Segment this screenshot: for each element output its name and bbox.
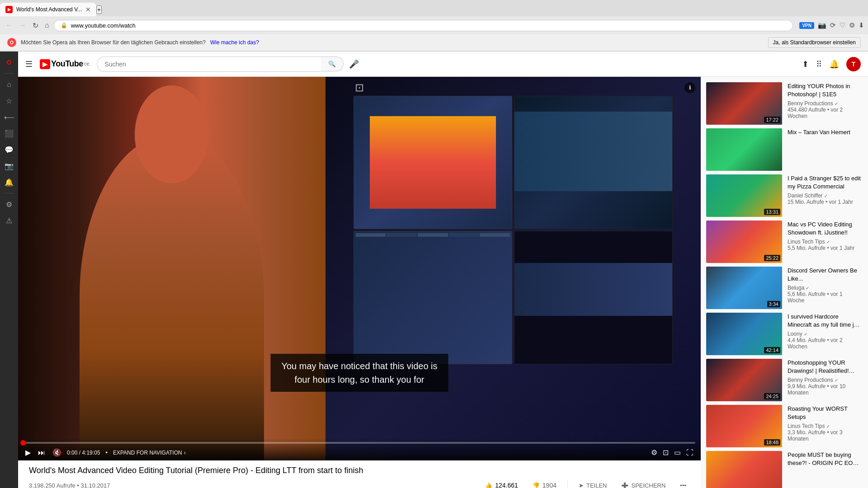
rec-views: 4,4 Mio. Aufrufe • vor 2 Wochen xyxy=(788,337,861,350)
rec-thumbnail[interactable] xyxy=(706,451,782,488)
notifications-button[interactable]: 🔔 xyxy=(829,59,839,69)
recommendation-item[interactable]: 25:22 Mac vs PC Video Editing Showdown f… xyxy=(706,221,863,263)
apps-button[interactable]: ⠿ xyxy=(816,59,822,69)
rec-thumbnail[interactable]: 25:22 xyxy=(706,221,782,263)
sidebar-notifications-icon[interactable]: 🔔 xyxy=(2,175,16,189)
share-label: TEILEN xyxy=(586,482,607,488)
extensions-button[interactable]: ⚙ xyxy=(849,21,855,29)
next-button[interactable]: ⏭ xyxy=(36,448,47,458)
sidebar-opera-logo[interactable]: O xyxy=(2,55,16,70)
recommendation-item[interactable]: 24:25 Photoshopping YOUR Drawings! | Rea… xyxy=(706,359,863,401)
share-icon: ➤ xyxy=(579,482,584,488)
controls-row: ▶ ⏭ 🔇 0:00 / 4:19:05 • EXPAND FOR NAVIGA… xyxy=(24,447,695,458)
video-actions: 👍 124.661 👎 1904 ➤ TEILEN xyxy=(481,479,690,488)
sidebar-extensions-icon[interactable]: ⚙ xyxy=(2,197,16,211)
video-monitors-area xyxy=(326,77,701,460)
vpn-button[interactable]: VPN xyxy=(799,22,814,29)
fullscreen-button[interactable]: ⛶ xyxy=(684,448,695,458)
subtitles-button[interactable]: ⊡ xyxy=(661,447,670,458)
video-info-button[interactable]: ℹ xyxy=(684,82,695,93)
sidebar-settings-icon[interactable]: ⚠ xyxy=(2,213,16,228)
video-player[interactable]: You may have noticed that this video is … xyxy=(18,77,701,460)
like-button[interactable]: 👍 124.661 xyxy=(481,479,522,488)
rec-title: Mix – Taran Van Hemert xyxy=(788,128,861,136)
rec-verified-badge: ✓ xyxy=(824,193,828,198)
account-avatar[interactable]: T xyxy=(846,57,861,71)
youtube-logo-text: YouTube xyxy=(51,59,83,69)
rec-views: 454.480 Aufrufe • vor 2 Wochen xyxy=(788,107,861,119)
rec-thumbnail[interactable]: 3:34 xyxy=(706,267,782,309)
sync-button[interactable]: ⟳ xyxy=(830,21,836,29)
screenshot-button[interactable]: 📷 xyxy=(818,21,826,29)
dislike-count: 1904 xyxy=(542,482,557,488)
bookmark-button[interactable]: ♡ xyxy=(840,21,845,29)
recommendation-item[interactable]: 3:34 Discord Server Owners Be Like... Be… xyxy=(706,267,863,309)
rec-channel: Benny Productions✓ xyxy=(788,100,861,107)
monitor-1 xyxy=(354,96,512,229)
monitor-3-grid xyxy=(354,231,512,239)
rec-thumbnail[interactable]: 13:31 xyxy=(706,174,782,217)
recommendation-item[interactable]: 42:14 I survived Hardcore Minecraft as m… xyxy=(706,313,863,355)
recommendation-item[interactable]: People MUST be buying these?! - ORIGIN P… xyxy=(706,451,863,488)
rec-channel: Benny Productions✓ xyxy=(788,377,861,383)
rec-views: 5,5 Mio. Aufrufe • vor 1 Jahr xyxy=(788,245,861,251)
time-total: 4:19:05 xyxy=(82,450,100,456)
video-date: 31.10.2017 xyxy=(80,482,110,488)
video-controls: ▶ ⏭ 🔇 0:00 / 4:19:05 • EXPAND FOR NAVIGA… xyxy=(18,438,701,460)
opera-set-default-button[interactable]: Ja, als Standardbrowser einstellen xyxy=(768,37,861,48)
rec-thumbnail[interactable]: 42:14 xyxy=(706,313,782,355)
sidebar-history-icon[interactable]: ⟵ xyxy=(2,110,16,124)
sidebar-instagram-icon[interactable]: 📷 xyxy=(2,159,16,173)
refresh-button[interactable]: ↻ xyxy=(31,19,40,32)
mute-button[interactable]: 🔇 xyxy=(51,447,63,458)
subtitle-box: You may have noticed that this video is … xyxy=(270,354,448,392)
theater-mode-button[interactable]: ▭ xyxy=(672,447,683,458)
forward-button[interactable]: → xyxy=(17,19,28,31)
rec-title: People MUST be buying these?! - ORIGIN P… xyxy=(788,451,861,467)
views-count: 3.198.250 Aufrufe xyxy=(29,482,75,488)
address-bar[interactable]: 🔒 www.youtube.com/watch xyxy=(54,20,793,31)
more-actions-button[interactable]: ••• xyxy=(676,479,690,488)
recommendation-item[interactable]: 13:31 I Paid a Stranger $25 to edit my P… xyxy=(706,174,863,217)
voice-search-button[interactable]: 🎤 xyxy=(349,59,359,69)
save-button[interactable]: ➕ SPEICHERN xyxy=(618,479,669,488)
back-button[interactable]: ← xyxy=(4,19,14,31)
search-input[interactable] xyxy=(97,56,321,72)
recommendation-item[interactable]: 18:48 Roasting Your WORST Setups Linus T… xyxy=(706,405,863,447)
home-button[interactable]: ⌂ xyxy=(43,19,51,31)
tab-close-button[interactable]: ✕ xyxy=(85,6,91,13)
rec-title: Discord Server Owners Be Like... xyxy=(788,267,861,283)
menu-button[interactable]: ☰ xyxy=(25,59,33,69)
upload-button[interactable]: ⬆ xyxy=(802,59,809,69)
rec-thumbnail[interactable] xyxy=(706,128,782,171)
rec-thumbnail[interactable]: 24:25 xyxy=(706,359,782,401)
recommendation-item[interactable]: 17:22 Editing YOUR Photos in Photoshop! … xyxy=(706,82,863,125)
person-bg xyxy=(18,77,326,460)
search-button[interactable]: 🔍 xyxy=(321,56,344,71)
sidebar-tabs-icon[interactable]: ⬛ xyxy=(2,126,16,141)
rec-info: People MUST be buying these?! - ORIGIN P… xyxy=(786,451,863,488)
settings-button[interactable]: ⚙ xyxy=(649,447,659,458)
new-tab-button[interactable]: + xyxy=(96,5,102,14)
subtitle-line2: four hours long, so thank you for xyxy=(281,373,437,386)
rec-thumbnail[interactable]: 17:22 xyxy=(706,82,782,125)
youtube-logo[interactable]: ▶ YouTubeDE xyxy=(40,59,90,69)
sidebar-home-icon[interactable]: ⌂ xyxy=(2,77,16,92)
rec-channel: Loony✓ xyxy=(788,331,861,337)
download-button[interactable]: ⬇ xyxy=(859,21,864,29)
sidebar-favorites-icon[interactable]: ☆ xyxy=(2,94,16,108)
dislike-button[interactable]: 👎 1904 xyxy=(529,479,560,488)
active-tab[interactable]: ▶ World's Most Advanced V... ✕ xyxy=(0,3,96,16)
sidebar-messenger-icon[interactable]: 💬 xyxy=(2,142,16,157)
video-title: World's Most Advanced Video Editing Tuto… xyxy=(29,466,690,475)
opera-help-link[interactable]: Wie mache ich das? xyxy=(210,39,259,46)
share-button[interactable]: ➤ TEILEN xyxy=(575,479,611,488)
play-button[interactable]: ▶ xyxy=(24,447,33,458)
expand-navigation[interactable]: EXPAND FOR NAVIGATION › xyxy=(113,450,186,456)
progress-dot xyxy=(20,440,26,446)
rec-thumbnail[interactable]: 18:48 xyxy=(706,405,782,447)
recommendation-item[interactable]: Mix – Taran Van Hemert xyxy=(706,128,863,171)
time-current: 0:00 xyxy=(67,450,77,456)
opera-banner-text: Möchten Sie Opera als Ihren Browser für … xyxy=(21,39,206,46)
progress-bar[interactable] xyxy=(24,442,695,444)
